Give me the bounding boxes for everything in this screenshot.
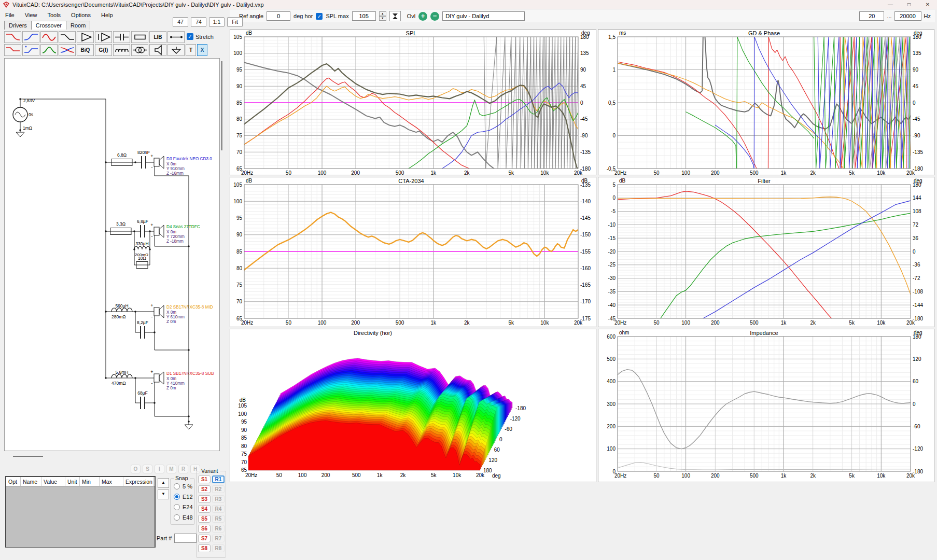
snap-radio-5[interactable]: 5 % — [171, 481, 194, 492]
svg-text:-35: -35 — [608, 289, 616, 295]
ref-angle-input[interactable] — [267, 11, 290, 21]
delay-block-button[interactable] — [95, 31, 112, 43]
spinner-down-icon[interactable]: ▼ — [379, 16, 386, 21]
optimizer-mode-m-button[interactable]: M — [166, 465, 176, 473]
tab-drivers[interactable]: Drivers — [4, 21, 32, 30]
stretch-checkbox[interactable]: ✓ — [187, 33, 193, 40]
spl-max-checkbox[interactable]: ✓ — [316, 13, 323, 20]
panel-resize-grip[interactable] — [13, 456, 43, 457]
variant-s3-button[interactable]: S3 — [198, 495, 211, 503]
close-button[interactable]: ✕ — [918, 0, 937, 9]
overlay-name-input[interactable] — [442, 11, 525, 21]
bandpass-filter-button[interactable] — [40, 31, 58, 43]
column-header-name[interactable]: Name — [21, 477, 41, 486]
menu-options[interactable]: Options — [66, 10, 96, 20]
variant-s6-button[interactable]: S6 — [198, 525, 211, 533]
transformer-component-button[interactable] — [131, 44, 148, 56]
capacitor-component-button[interactable] — [113, 31, 130, 43]
optimizer-mode-r-button[interactable]: R — [178, 465, 188, 473]
variant-r5-button[interactable]: R5 — [212, 515, 225, 523]
column-header-min[interactable]: Min — [80, 477, 100, 486]
maximize-button[interactable]: □ — [900, 0, 918, 9]
variant-r3-button[interactable]: R3 — [212, 495, 225, 503]
lowpass-filter-button[interactable] — [4, 31, 21, 43]
column-header-max[interactable]: Max — [100, 477, 123, 486]
variant-r4-button[interactable]: R4 — [212, 505, 225, 513]
svg-text:20Hz: 20Hz — [241, 320, 253, 326]
zoom-1to1-button[interactable]: 1:1 — [209, 17, 225, 27]
library-block-button[interactable]: LIB — [149, 31, 166, 43]
overlay-add-button[interactable]: + — [418, 12, 427, 21]
variant-s8-button[interactable]: S8 — [198, 544, 211, 552]
minimize-button[interactable]: — — [881, 0, 900, 9]
inductor-component-button[interactable] — [113, 44, 130, 56]
spinner-up-icon[interactable]: ▲ — [379, 11, 386, 16]
variant-r1-button[interactable]: R1 — [212, 475, 225, 483]
freq-min-input[interactable] — [859, 11, 884, 21]
variant-s1-button[interactable]: S1 — [198, 475, 211, 483]
gain-block-button[interactable] — [77, 31, 94, 43]
tab-room[interactable]: Room — [66, 21, 90, 30]
fit-button[interactable]: Fit — [227, 17, 243, 27]
spl-max-input[interactable] — [352, 11, 376, 21]
svg-text:500: 500 — [352, 472, 361, 478]
freq-max-input[interactable] — [894, 11, 921, 21]
peak-filter-button[interactable] — [40, 44, 58, 56]
snap-radio-E24[interactable]: E24 — [171, 502, 194, 512]
allpass-filter-button[interactable] — [59, 44, 76, 56]
biquad-block-button[interactable]: BiQ — [77, 44, 94, 56]
spl-max-spinner[interactable]: ▲▼ — [379, 11, 386, 21]
overlay-remove-button[interactable]: − — [430, 12, 439, 21]
variant-s5-button[interactable]: S5 — [198, 515, 211, 523]
column-header-expression[interactable]: Expression — [123, 477, 153, 486]
schematic-canvas[interactable]: 2,83V0s1mΩ6,8Ω820nF+-D3 Fountek NEO CD3.… — [4, 58, 220, 451]
variant-s2-button[interactable]: S2 — [198, 485, 211, 493]
menu-tools[interactable]: Tools — [42, 10, 66, 20]
svg-text:-120: -120 — [913, 446, 923, 452]
transfer-function-block-button[interactable]: G(f) — [95, 44, 112, 56]
optimizer-mode-i-button[interactable]: I — [155, 465, 164, 473]
spl-chart-panel: 1051009590858075706518013590450-45-90-13… — [230, 29, 596, 175]
ground-component-button[interactable] — [167, 44, 185, 56]
resistor-component-button[interactable] — [131, 31, 148, 43]
svg-text:2k: 2k — [810, 170, 816, 176]
variant-r2-button[interactable]: R2 — [212, 485, 225, 493]
delay-block-icon — [96, 32, 111, 43]
highpass-filter-button[interactable] — [22, 31, 39, 43]
svg-text:20Hz: 20Hz — [614, 320, 626, 326]
snap-radio-E48[interactable]: E48 — [171, 512, 194, 523]
menu-view[interactable]: View — [20, 10, 43, 20]
variant-s4-button[interactable]: S4 — [198, 505, 211, 513]
highshelf-filter-button[interactable] — [22, 44, 39, 56]
autoscale-button[interactable] — [389, 11, 401, 21]
zoom-47-button[interactable]: 47 — [173, 17, 188, 27]
t-button-button[interactable]: T — [186, 44, 196, 56]
move-up-button[interactable]: ▲ — [158, 478, 169, 488]
optimizer-table-body[interactable] — [6, 486, 155, 547]
move-down-button[interactable]: ▼ — [158, 489, 169, 499]
optimizer-mode-s-button[interactable]: S — [143, 465, 152, 473]
variant-r6-button[interactable]: R6 — [212, 525, 225, 533]
svg-text:75: 75 — [236, 282, 243, 288]
schematic-scrollbar[interactable] — [221, 61, 222, 150]
menu-file[interactable]: File — [0, 10, 20, 20]
optimizer-mode-o-button[interactable]: O — [131, 465, 141, 473]
x-button-button[interactable]: X — [197, 44, 207, 56]
driver-component-button[interactable] — [149, 44, 166, 56]
column-header-value[interactable]: Value — [41, 477, 65, 486]
menu-help[interactable]: Help — [96, 10, 118, 20]
svg-text:-25: -25 — [608, 262, 616, 268]
svg-text:5k: 5k — [849, 473, 855, 479]
tab-crossover[interactable]: Crossover — [31, 21, 66, 30]
column-header-unit[interactable]: Unit — [65, 477, 80, 486]
variant-r8-button[interactable]: R8 — [212, 544, 225, 552]
zoom-74-button[interactable]: 74 — [191, 17, 206, 27]
variant-r7-button[interactable]: R7 — [212, 535, 225, 542]
lowshelf-filter-button[interactable] — [4, 44, 21, 56]
snap-radio-E12[interactable]: E12 — [171, 492, 194, 502]
part-number-input[interactable] — [174, 534, 197, 543]
column-header-opt[interactable]: Opt — [6, 477, 21, 486]
wire-tool-button[interactable] — [167, 31, 185, 43]
shelf-filter-button[interactable] — [59, 31, 76, 43]
variant-s7-button[interactable]: S7 — [198, 535, 211, 542]
